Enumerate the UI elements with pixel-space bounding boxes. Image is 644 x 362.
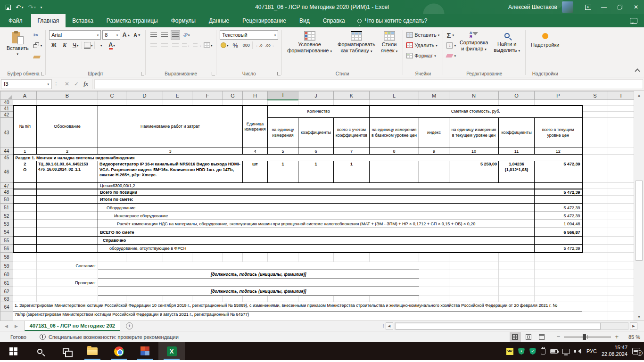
cell[interactable] xyxy=(419,287,449,296)
zoom-out-button[interactable]: − xyxy=(557,333,561,340)
zoom-slider-thumb[interactable] xyxy=(583,334,586,340)
cell[interactable] xyxy=(608,279,634,287)
sort-filter-button[interactable]: АЯ Сортировкаи фильтр ▾ xyxy=(457,30,491,70)
cell[interactable] xyxy=(192,253,223,262)
total-label-cell[interactable]: Итоги по смете: xyxy=(98,196,535,204)
cell[interactable] xyxy=(163,253,192,262)
col-num-cell[interactable]: 9 xyxy=(419,148,449,155)
confirm-entry-icon[interactable]: ✓ xyxy=(74,81,79,87)
scroll-left-icon[interactable]: ◀ xyxy=(386,322,393,330)
cell[interactable] xyxy=(298,253,334,262)
zoom-slider[interactable] xyxy=(564,337,611,337)
fill-color-button[interactable]: ▾ xyxy=(96,41,106,50)
taskbar-explorer-button[interactable] xyxy=(79,342,106,360)
row-header[interactable]: 63 xyxy=(0,296,13,302)
cell[interactable] xyxy=(608,183,634,189)
font-color-button[interactable]: А▾ xyxy=(107,41,116,50)
avatar[interactable] xyxy=(562,1,573,13)
restore-button[interactable] xyxy=(612,0,628,14)
row-header[interactable]: 43 xyxy=(0,118,13,148)
align-left-button[interactable] xyxy=(149,41,158,50)
header-cell-cost-coefficients[interactable]: коэффициенты xyxy=(499,118,535,148)
col-header-t[interactable]: T xyxy=(608,91,634,100)
col-num-cell[interactable]: 10 xyxy=(449,148,499,155)
cut-button[interactable]: ✂ xyxy=(33,30,43,40)
cell[interactable] xyxy=(370,296,419,302)
cell[interactable] xyxy=(370,100,419,106)
item-qty-coef-cell[interactable]: 1 xyxy=(298,161,334,183)
bold-button[interactable]: Ж xyxy=(49,41,58,50)
scroll-right-icon[interactable]: ▶ xyxy=(630,322,637,330)
accessibility-status[interactable]: Специальные возможности: проверьте реком… xyxy=(40,334,179,340)
tray-network-icon[interactable] xyxy=(562,349,570,354)
cell[interactable] xyxy=(449,287,499,296)
redo-button[interactable]: ↷▾ xyxy=(28,4,35,11)
col-header-c[interactable]: C xyxy=(98,91,126,100)
cell[interactable] xyxy=(608,161,634,183)
header-cell-cost-group[interactable]: Сметная стоимость, руб. xyxy=(370,106,582,118)
total-label-cell[interactable]: Расчёт компенсации НДС на материалы, обо… xyxy=(98,220,535,228)
format-as-table-button[interactable]: Форматироватькак таблицу ▾ xyxy=(335,30,378,55)
cell[interactable] xyxy=(37,228,98,237)
item-name-cell[interactable]: Видеорегистратор IP 16-и канальный NR501… xyxy=(98,161,243,183)
cell[interactable] xyxy=(13,253,37,262)
cell[interactable] xyxy=(419,279,449,287)
col-header-l[interactable]: L xyxy=(370,91,419,100)
cell[interactable] xyxy=(582,279,608,287)
taskbar-chrome-button[interactable] xyxy=(106,342,132,360)
cell[interactable] xyxy=(499,253,535,262)
header-cell-num[interactable]: № п/п xyxy=(13,106,37,148)
cell[interactable] xyxy=(582,296,608,302)
total-label-cell[interactable]: оборудование, отсутствующее в ФРСН xyxy=(98,245,535,253)
tray-antivirus-icon[interactable]: • xyxy=(518,348,525,355)
clear-button[interactable]: ▾ xyxy=(446,50,457,61)
tell-me-search[interactable]: Что вы хотите сделать? xyxy=(357,14,428,27)
cell[interactable] xyxy=(13,220,37,228)
vertical-scrollbar[interactable]: ▲ ▼ xyxy=(634,91,644,321)
taskbar-search-button[interactable] xyxy=(26,342,53,360)
cell[interactable] xyxy=(419,253,449,262)
horizontal-scroll-thumb[interactable] xyxy=(396,323,601,329)
col-header-o[interactable]: O xyxy=(499,91,535,100)
col-num-cell[interactable]: 11 xyxy=(499,148,535,155)
cell[interactable] xyxy=(449,253,499,262)
accounting-format-button[interactable]: ▾ xyxy=(220,41,229,50)
cell[interactable] xyxy=(13,100,37,106)
formula-input[interactable] xyxy=(94,79,643,89)
cell[interactable] xyxy=(608,287,634,296)
cell[interactable] xyxy=(163,100,192,106)
cell[interactable] xyxy=(13,237,37,245)
name-box[interactable]: I3▾ xyxy=(1,79,52,89)
autosum-button[interactable]: Σ▾ xyxy=(446,30,457,40)
minimize-button[interactable]: — xyxy=(596,0,612,14)
total-value-cell[interactable]: 5 472,39 xyxy=(535,189,582,196)
cell[interactable] xyxy=(13,296,37,302)
cell[interactable] xyxy=(37,220,98,228)
total-value-cell[interactable]: 1 094,48 xyxy=(535,220,582,228)
zoom-in-button[interactable]: + xyxy=(615,333,619,340)
start-button[interactable] xyxy=(0,342,26,360)
cell[interactable] xyxy=(582,106,608,112)
borders-button[interactable]: ▾ xyxy=(83,41,93,50)
total-label-cell[interactable]: Справочно xyxy=(98,237,535,245)
cell[interactable] xyxy=(37,296,98,302)
col-header-s[interactable]: S xyxy=(582,91,608,100)
paste-button[interactable]: Вставить▾ xyxy=(4,30,32,70)
select-all-corner[interactable] xyxy=(0,91,13,100)
tab-file[interactable]: Файл xyxy=(0,14,31,27)
cell[interactable] xyxy=(582,100,608,106)
tab-home[interactable]: Главная xyxy=(31,14,66,27)
cell[interactable] xyxy=(582,253,608,262)
task-view-button[interactable] xyxy=(53,342,79,360)
normal-view-button[interactable] xyxy=(510,332,521,342)
tab-review[interactable]: Рецензирование xyxy=(236,14,293,27)
cell[interactable] xyxy=(608,237,634,245)
col-num-cell[interactable]: 6 xyxy=(298,148,334,155)
cell[interactable] xyxy=(582,237,608,245)
cell[interactable] xyxy=(608,302,634,312)
language-indicator[interactable]: РУС xyxy=(586,348,597,354)
cell[interactable] xyxy=(608,196,634,204)
row-header[interactable]: 45 xyxy=(0,155,13,161)
decrease-font-button[interactable]: А▼ xyxy=(132,30,142,40)
cell[interactable] xyxy=(608,204,634,212)
